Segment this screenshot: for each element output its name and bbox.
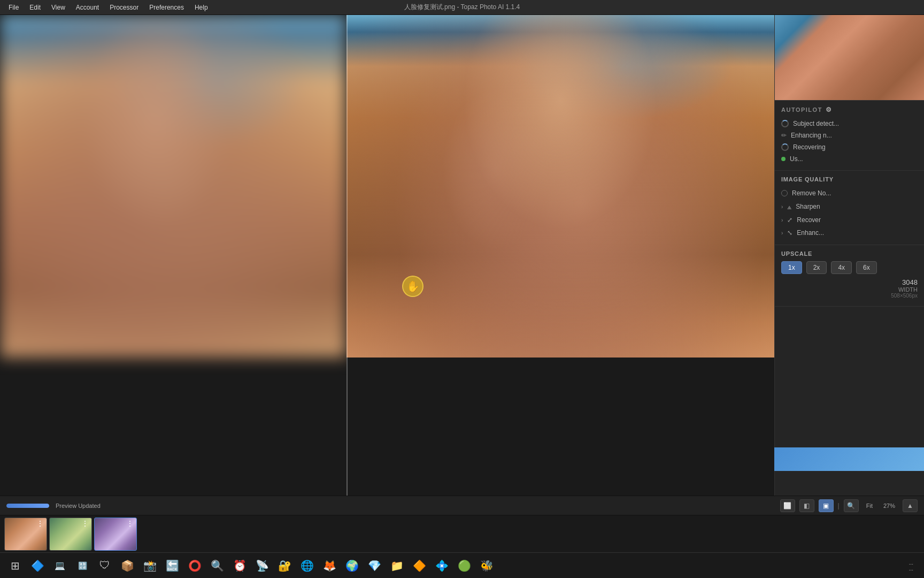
upscale-4x-button[interactable]: 4x [831, 261, 852, 274]
autopilot-header: AUTOPILOT ⚙ [781, 106, 918, 113]
fit-window-button[interactable]: ⬜ [780, 499, 795, 512]
zoom-out-icon: 🔍 [847, 502, 855, 509]
autopilot-using-label: Us... [790, 155, 803, 163]
autopilot-item-recovering: Recovering [781, 141, 918, 153]
separator: | [838, 502, 840, 509]
autopilot-section: AUTOPILOT ⚙ Subject detect... ✏ Enhancin… [775, 101, 924, 171]
upscale-header: UPSCALE [781, 250, 918, 257]
upscale-label: UPSCALE [781, 250, 812, 257]
taskbar-gem[interactable]: 💎 [364, 555, 385, 576]
zoom-arrow-button[interactable]: ▲ [903, 499, 918, 512]
taskbar-network[interactable]: 📡 [251, 555, 273, 576]
preview-status: Preview Updated [56, 503, 101, 509]
split-view-button[interactable]: ◧ [799, 499, 814, 512]
dimensions-sub: 508×506px [891, 293, 918, 299]
taskbar: ⊞ 🔷 💻 🔡 🛡 📦 📸 🔙 ⭕ 🔍 ⏰ 📡 🔐 🌐 🦊 🌍 💎 📁 🔶 💠 … [0, 552, 924, 578]
window-title: 人脸修复测试.png - Topaz Photo AI 1.1.4 [404, 3, 520, 12]
quality-recover[interactable]: › ⤢ Recover [781, 214, 918, 226]
progress-bar-fill [6, 504, 49, 508]
taskbar-topaz[interactable]: 💻 [49, 555, 71, 576]
autopilot-label: AUTOPILOT [781, 107, 822, 113]
taskbar-key[interactable]: 🔐 [274, 555, 295, 576]
export-button[interactable] [774, 447, 924, 471]
taskbar-start[interactable]: ⊞ [4, 555, 26, 576]
menu-view[interactable]: View [47, 3, 70, 12]
taskbar-browser1[interactable]: 🌐 [296, 555, 318, 576]
chevron-up-icon: ▲ [907, 502, 913, 509]
menu-account[interactable]: Account [72, 3, 103, 12]
quality-remove-noise-label: Remove No... [792, 189, 831, 197]
image-quality-section: IMAGE QUALITY Remove No... › ⟁ Sharpen ›… [775, 171, 924, 245]
pencil-icon: ✏ [781, 132, 787, 139]
taskbar-input[interactable]: 🔡 [72, 555, 93, 576]
thumbnail-item-1[interactable]: ⋮ [4, 518, 47, 551]
taskbar-gem2[interactable]: 💠 [431, 555, 452, 576]
quality-enhance[interactable]: › ⤡ Enhanc... [781, 226, 918, 239]
status-dot-using [781, 157, 786, 161]
after-pane [346, 15, 774, 496]
taskbar-photos[interactable]: 📸 [139, 555, 160, 576]
side-by-side-button[interactable]: ▣ [819, 499, 834, 512]
taskbar-antivirus[interactable]: ⭕ [184, 555, 205, 576]
width-label: WIDTH [891, 286, 918, 293]
upscale-6x-button[interactable]: 6x [856, 261, 877, 274]
menu-processor[interactable]: Processor [105, 3, 143, 12]
taskbar-firefox[interactable]: 🦊 [319, 555, 340, 576]
sharpen-icon: ⟁ [787, 202, 791, 211]
upscale-2x-button[interactable]: 2x [806, 261, 827, 274]
autopilot-item-enhancing: ✏ Enhancing n... [781, 130, 918, 141]
fit-icon: ⬜ [783, 502, 791, 509]
taskbar-back[interactable]: 🔙 [161, 555, 183, 576]
thumb-dots-2[interactable]: ⋮ [81, 519, 89, 528]
side-by-side-icon: ▣ [823, 502, 829, 509]
width-value: 3048 [891, 278, 918, 286]
autopilot-subject-label: Subject detect... [793, 120, 839, 127]
zoom-value: 27% [880, 501, 898, 510]
taskbar-search[interactable]: 🔍 [206, 555, 228, 576]
upscale-section: UPSCALE 1x 2x 4x 6x 3048 WIDTH 508×506px [775, 245, 924, 307]
thumbnail-strip: ⋮ ⋮ ⋮ [0, 515, 924, 552]
bottom-right-tools: ⬜ ◧ ▣ | 🔍 Fit 27% ▲ [780, 499, 918, 512]
expand-icon-recover: › [781, 217, 783, 223]
autopilot-item-subject: Subject detect... [781, 118, 918, 130]
bottom-bar: Preview Updated ⬜ ◧ ▣ | 🔍 Fit 27% ▲ [0, 496, 924, 515]
taskbar-clock-app[interactable]: ⏰ [229, 555, 250, 576]
autopilot-gear-icon[interactable]: ⚙ [826, 106, 832, 113]
taskbar-winget[interactable]: 📦 [117, 555, 138, 576]
split-divider[interactable] [346, 15, 348, 496]
thumb-dots-1[interactable]: ⋮ [36, 519, 44, 528]
quality-sharpen-label: Sharpen [796, 203, 820, 210]
system-date: ... [907, 566, 915, 572]
expand-icon-sharpen: › [781, 204, 783, 210]
thumbnail-item-2[interactable]: ⋮ [49, 518, 92, 551]
upscale-options: 1x 2x 4x 6x [781, 261, 918, 274]
width-row: 3048 WIDTH 508×506px [781, 278, 918, 299]
autopilot-item-using: Us... [781, 153, 918, 165]
taskbar-files[interactable]: 📁 [386, 555, 407, 576]
system-clock: ... [907, 560, 915, 566]
taskbar-security[interactable]: 🛡 [94, 555, 116, 576]
main-area: ✋ AUTOPILOT ⚙ Subject detect... ✏ Enhanc… [0, 15, 924, 496]
taskbar-green[interactable]: 🟢 [453, 555, 475, 576]
recover-arrows-icon: ⤢ [787, 216, 792, 224]
image-area[interactable]: ✋ [0, 15, 774, 496]
menu-preferences[interactable]: Preferences [145, 3, 188, 12]
autopilot-recovering-label: Recovering [793, 143, 826, 151]
taskbar-right: ... ... [903, 560, 920, 572]
taskbar-chrome[interactable]: 🌍 [341, 555, 363, 576]
spinner-icon-subject [781, 120, 789, 127]
thumb-dots-3[interactable]: ⋮ [126, 519, 134, 528]
taskbar-bee[interactable]: 🐝 [476, 555, 497, 576]
menu-edit[interactable]: Edit [25, 3, 45, 12]
menu-file[interactable]: File [4, 3, 23, 12]
taskbar-orange[interactable]: 🔶 [409, 555, 430, 576]
upscale-1x-button[interactable]: 1x [781, 261, 802, 274]
after-image [346, 15, 774, 358]
quality-remove-noise[interactable]: Remove No... [781, 187, 918, 200]
hand-cursor-indicator: ✋ [402, 276, 424, 297]
zoom-out-button[interactable]: 🔍 [844, 499, 859, 512]
taskbar-edge[interactable]: 🔷 [27, 555, 48, 576]
quality-sharpen[interactable]: › ⟁ Sharpen [781, 200, 918, 214]
thumbnail-item-3[interactable]: ⋮ [94, 518, 137, 551]
menu-help[interactable]: Help [190, 3, 212, 12]
